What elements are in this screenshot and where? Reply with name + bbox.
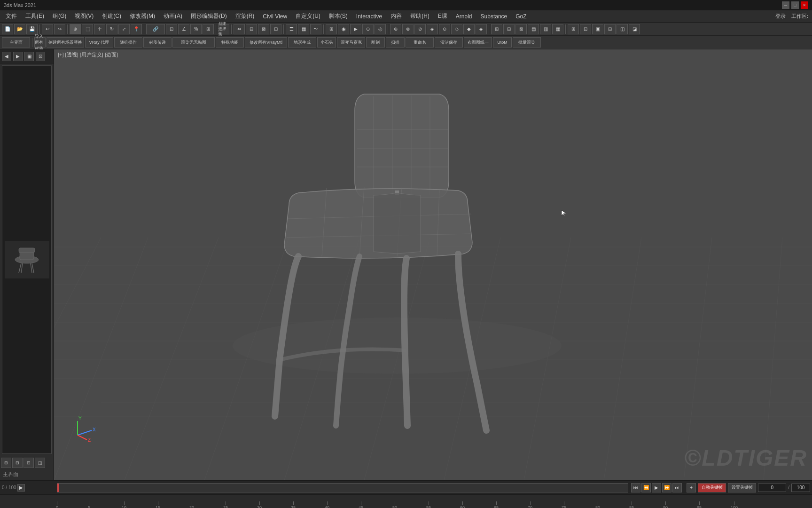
lp-btn2[interactable]: ▶ (13, 52, 23, 61)
tb2-layout[interactable]: 布图图纸一 (464, 37, 492, 48)
tb2-batch[interactable]: 批量渲染 (513, 37, 541, 48)
tb-extra6[interactable]: ▦ (552, 24, 563, 34)
tb-ribbon[interactable]: ▦ (298, 24, 309, 34)
btn-next-frame[interactable]: ⏩ (662, 483, 671, 492)
btn-play[interactable]: ▶ (652, 483, 661, 492)
tb2-rename[interactable]: 重命名 (406, 37, 434, 48)
menu-graph[interactable]: 图形编辑器(D) (187, 11, 231, 21)
menu-animation[interactable]: 动画(A) (160, 11, 186, 21)
tb-schematic[interactable]: ⊞ (326, 24, 337, 34)
tb2-vray[interactable]: VRay 代理 (85, 37, 113, 48)
tb-select-region[interactable]: ⬚ (82, 24, 93, 34)
tb-extra2[interactable]: ⊟ (503, 24, 515, 34)
tb-align2[interactable]: ⊠ (258, 24, 269, 34)
tb-render-quick[interactable]: ◪ (629, 24, 640, 34)
tb-render-region[interactable]: ⊟ (604, 24, 616, 34)
lp-btn4[interactable]: ⊡ (36, 52, 45, 61)
tb-scale[interactable]: ⤢ (118, 24, 130, 34)
menu-view[interactable]: 视图(V) (71, 11, 97, 21)
tb2-modify-vray[interactable]: 修改所有VRayMtl (245, 37, 287, 48)
tb-render[interactable]: ▶ (350, 24, 361, 34)
tb2-special[interactable]: 特殊功能 (216, 37, 244, 48)
menu-help[interactable]: 帮助(H) (406, 11, 433, 21)
lp-btn1[interactable]: ◀ (2, 52, 11, 61)
tb-curve[interactable]: 〜 (310, 24, 321, 34)
tb-redo[interactable]: ↪ (54, 24, 65, 34)
tb-main-scene[interactable]: 主界面 (2, 37, 30, 48)
tb-mirror[interactable]: ⇔ (234, 24, 245, 34)
tb2-vrayao[interactable]: 创建所有场景替换 (47, 37, 84, 48)
menu-content[interactable]: 内容 (387, 11, 406, 21)
tb-ref[interactable]: 🔗 (146, 24, 165, 34)
maximize-button[interactable]: □ (791, 1, 799, 9)
tb-extra4[interactable]: ▤ (528, 24, 539, 34)
tb-layer[interactable]: ☰ (286, 24, 297, 34)
tb-render2[interactable]: ⊙ (362, 24, 374, 34)
btn-auto-key[interactable]: 自动关键帧 (698, 483, 726, 492)
tb-snap[interactable]: ⊡ (166, 24, 177, 34)
tb-select[interactable]: ⊕ (70, 24, 81, 34)
menu-customize[interactable]: 自定义(U) (292, 11, 324, 21)
tb-tools7[interactable]: ◆ (463, 24, 475, 34)
tb-material[interactable]: ◉ (338, 24, 349, 34)
tb-tools5[interactable]: ⊙ (439, 24, 450, 34)
lp-tab4[interactable]: ◫ (35, 458, 45, 468)
tb-extra1[interactable]: ⊞ (491, 24, 502, 34)
minimize-button[interactable]: ─ (782, 1, 789, 9)
menu-create[interactable]: 创建(C) (98, 11, 125, 21)
btn-add-keyframe[interactable]: + (687, 483, 696, 492)
btn-set-key[interactable]: 设置关键帧 (728, 483, 756, 492)
tb-open[interactable]: 📂 (14, 24, 25, 34)
tb-move[interactable]: ✛ (94, 24, 105, 34)
tb-render-all[interactable]: ⊞ (568, 24, 579, 34)
btn-go-start[interactable]: ⏮ (631, 483, 640, 492)
tb-save[interactable]: 💾 (26, 24, 38, 34)
lp-tab1[interactable]: ⊞ (1, 458, 11, 468)
btn-go-end[interactable]: ⏭ (672, 483, 682, 492)
timeline-cursor[interactable] (57, 484, 59, 492)
tb2-utom[interactable]: UtoM (493, 37, 512, 48)
tb2-terrain[interactable]: 地形生成 (288, 37, 316, 48)
menu-civilview[interactable]: Civil View (259, 12, 291, 21)
menu-render[interactable]: 渲染(R) (232, 11, 258, 21)
tb-tools2[interactable]: ⊗ (402, 24, 414, 34)
viewport[interactable]: [+] [透视] [用户定义] [边面] (54, 49, 812, 480)
close-button[interactable]: ✕ (801, 1, 808, 9)
lp-tab3[interactable]: ⊡ (23, 458, 34, 468)
tb2-import-mat[interactable]: 导入所有材质 (34, 37, 46, 48)
tb-render-frame[interactable]: ⊡ (580, 24, 591, 34)
tb-undo[interactable]: ↩ (42, 24, 53, 34)
tb-tools8[interactable]: ◈ (476, 24, 487, 34)
menu-arnold[interactable]: Arnold (452, 12, 476, 21)
tb2-material[interactable]: 材质传递 (143, 37, 172, 48)
tb-rotate[interactable]: ↻ (106, 24, 117, 34)
menu-edit[interactable]: 工具(E) (22, 11, 48, 21)
tb-extra3[interactable]: ⊠ (515, 24, 527, 34)
tb-align3[interactable]: ⊡ (270, 24, 281, 34)
menu-goz[interactable]: GoZ (512, 12, 530, 21)
tb2-scene-nolight[interactable]: 渲染无无贴图 (172, 37, 215, 48)
tb2-stone[interactable]: 小石头 (317, 37, 336, 48)
tb-angle-snap[interactable]: ∠ (178, 24, 189, 34)
tb-tools6[interactable]: ◇ (451, 24, 462, 34)
menu-file[interactable]: 文件 (2, 11, 21, 21)
tb2-random[interactable]: 随机操作 (114, 37, 142, 48)
lp-btn3[interactable]: ▣ (24, 52, 34, 61)
tb-render3[interactable]: ◎ (375, 24, 386, 34)
tb-create-sel[interactable]: 创建选择集 (218, 24, 229, 34)
timeline-expand[interactable]: ▶ (17, 484, 25, 492)
timeline-scrubber[interactable] (57, 483, 628, 492)
menu-substance[interactable]: Substance (477, 12, 511, 21)
tb2-print[interactable]: 扫描 (386, 37, 405, 48)
tb2-horse[interactable]: 渲变马赛克 (337, 37, 365, 48)
tb2-quick-save[interactable]: 清洁保存 (435, 37, 463, 48)
tb2-sculpt[interactable]: 雕刻 (366, 37, 385, 48)
tb-render-last[interactable]: ◫ (617, 24, 628, 34)
tb-tools4[interactable]: ◈ (427, 24, 438, 34)
tb-spinner[interactable]: ⊞ (203, 24, 214, 34)
tb-percent-snap[interactable]: % (190, 24, 202, 34)
tb-extra5[interactable]: ▥ (540, 24, 551, 34)
menu-interactive[interactable]: Interactive (352, 12, 386, 21)
tb-render-view[interactable]: ▣ (592, 24, 603, 34)
menu-eclass[interactable]: E课 (434, 11, 451, 21)
